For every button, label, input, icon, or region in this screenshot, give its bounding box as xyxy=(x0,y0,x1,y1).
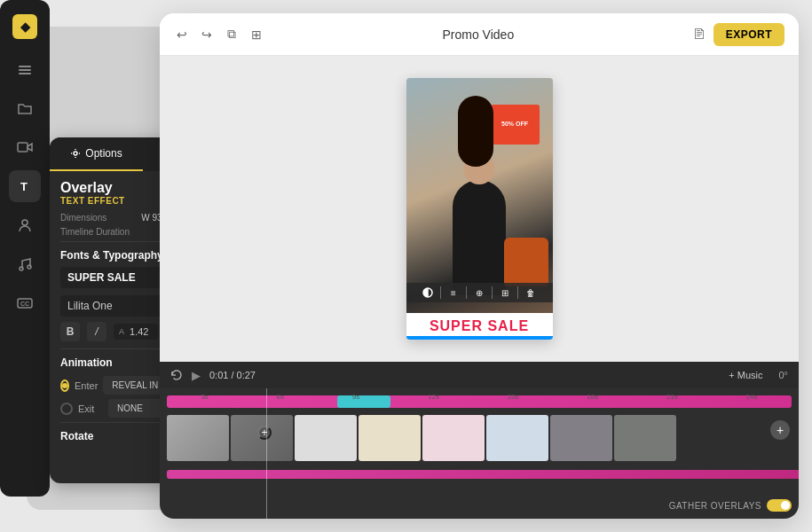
sidebar-item-text[interactable]: T xyxy=(9,170,41,202)
enter-radio[interactable] xyxy=(60,379,69,392)
add-track-button[interactable]: + xyxy=(770,420,790,440)
exit-label: Exit xyxy=(78,403,103,414)
timeline-controls: ▶ 0:01 / 0:27 + Music 0° xyxy=(160,362,799,388)
thumbnails-row xyxy=(167,415,676,461)
svg-point-7 xyxy=(28,265,31,269)
svg-point-6 xyxy=(20,267,23,270)
svg-rect-1 xyxy=(19,69,31,71)
overlay-tool-filter[interactable]: ⊕ xyxy=(472,286,486,300)
fonts-section-title: Fonts & Typography xyxy=(60,249,163,262)
export-button[interactable]: EXPORT xyxy=(713,23,784,46)
overlay-divider-4 xyxy=(517,286,518,299)
svg-rect-3 xyxy=(18,143,28,152)
dimensions-label: Dimensions xyxy=(60,213,106,223)
project-title: Promo Video xyxy=(442,27,514,42)
left-sidebar: ◆ T CC xyxy=(0,0,50,497)
timeline-time: 0:01 / 0:27 xyxy=(209,370,256,380)
thumbnail-1[interactable] xyxy=(167,415,229,461)
thumbnail-8[interactable] xyxy=(614,415,676,461)
size-icon: A xyxy=(119,327,124,336)
bag-element xyxy=(504,238,548,286)
paste-button[interactable]: ⊞ xyxy=(248,27,264,43)
italic-button[interactable]: / xyxy=(87,322,106,341)
svg-text:T: T xyxy=(20,180,28,193)
thumbnail-4[interactable] xyxy=(359,415,421,461)
thumbnail-7[interactable] xyxy=(550,415,612,461)
overlay-tool-style[interactable] xyxy=(421,286,435,300)
sidebar-item-person[interactable] xyxy=(9,209,41,241)
size-input-row: A 1.42 xyxy=(114,324,158,340)
rotate-label: Rotate xyxy=(60,430,93,442)
redo-button[interactable]: ↪ xyxy=(199,27,215,43)
timeline-tracks: 3s 6s 9s 12s 15s 18s 21s 24s + + xyxy=(160,388,799,519)
tab-options[interactable]: Options xyxy=(50,137,143,171)
rotate-left-icon[interactable] xyxy=(170,369,183,381)
overlay-title: Overlay xyxy=(60,180,125,196)
sidebar-item-layers[interactable] xyxy=(9,53,41,85)
time-marker-21s: 21s xyxy=(666,393,678,401)
time-marker-12s: 12s xyxy=(428,393,439,401)
canvas-area: 50% OFF ≡ ⊕ xyxy=(160,56,799,362)
super-sale-text: SUPER SALE xyxy=(430,318,529,333)
toggle-knob xyxy=(781,501,790,510)
overlay-divider-1 xyxy=(440,286,441,299)
sidebar-item-folder[interactable] xyxy=(9,92,41,124)
gather-overlays-toggle[interactable] xyxy=(767,499,792,512)
rotation-value: 0° xyxy=(778,370,788,380)
sidebar-item-music[interactable] xyxy=(9,248,41,280)
svg-rect-2 xyxy=(19,73,31,74)
svg-text:CC: CC xyxy=(20,301,29,307)
play-icon[interactable]: ▶ xyxy=(192,369,201,382)
video-preview: 50% OFF ≡ ⊕ xyxy=(406,78,553,340)
sidebar-item-video[interactable] xyxy=(9,131,41,163)
overlay-toolbar: ≡ ⊕ ⊞ 🗑 xyxy=(406,283,553,302)
person-body xyxy=(453,180,506,295)
overlay-subtitle: TEXT EFFECT xyxy=(60,196,125,206)
overlay-divider-3 xyxy=(492,286,493,299)
add-clip-button[interactable]: + xyxy=(257,426,272,440)
overlay-track[interactable] xyxy=(167,470,799,479)
bold-button[interactable]: B xyxy=(60,322,80,341)
music-button[interactable]: + Music xyxy=(729,370,762,380)
sidebar-item-captions[interactable]: CC xyxy=(9,287,41,319)
undo-button[interactable]: ↩ xyxy=(174,27,190,43)
playhead xyxy=(266,388,267,519)
toolbar-left: ↩ ↪ ⧉ ⊞ xyxy=(174,27,264,43)
thumbnail-5[interactable] xyxy=(422,415,485,461)
sign-text: 50% OFF xyxy=(501,121,528,128)
gather-overlays-label: GATHER OVERLAYS xyxy=(669,501,761,511)
time-markers-row: 3s 6s 9s 12s 15s 18s 21s 24s xyxy=(167,393,792,401)
time-marker-3s: 3s xyxy=(201,393,208,401)
time-marker-6s: 6s xyxy=(277,393,284,401)
thumbnail-3[interactable] xyxy=(295,415,357,461)
super-sale-overlay: SUPER SALE xyxy=(406,313,553,340)
duration-label: Timeline Duration xyxy=(60,227,130,237)
thumbnail-6[interactable] xyxy=(486,415,548,461)
svg-rect-0 xyxy=(19,66,31,67)
time-marker-9s: 9s xyxy=(352,393,359,401)
enter-radio-inner xyxy=(62,383,67,388)
overlay-tool-delete[interactable]: 🗑 xyxy=(524,286,538,300)
logo-icon: ◆ xyxy=(20,20,30,34)
exit-radio[interactable] xyxy=(60,403,73,415)
overlay-tool-align[interactable]: ≡ xyxy=(446,286,461,300)
enter-label: Enter xyxy=(75,380,98,391)
copy-button[interactable]: ⧉ xyxy=(224,27,240,43)
svg-point-5 xyxy=(22,220,28,225)
toolbar-right: 🖹 EXPORT xyxy=(692,23,784,46)
main-editor-card: ↩ ↪ ⧉ ⊞ Promo Video 🖹 EXPORT 50% OFF xyxy=(160,13,799,519)
time-marker-15s: 15s xyxy=(508,393,519,401)
editor-toolbar: ↩ ↪ ⧉ ⊞ Promo Video 🖹 EXPORT xyxy=(160,13,799,56)
size-value: 1.42 xyxy=(130,326,148,337)
overlay-tool-grid[interactable]: ⊞ xyxy=(498,286,512,300)
file-icon[interactable]: 🖹 xyxy=(692,27,706,43)
svg-point-10 xyxy=(74,152,77,155)
hair-element xyxy=(458,96,493,167)
animation-title: Animation xyxy=(60,356,113,369)
gather-overlays-row: GATHER OVERLAYS xyxy=(669,499,792,512)
sign-element: 50% OFF xyxy=(491,105,540,145)
time-marker-18s: 18s xyxy=(587,393,598,401)
overlay-info: Overlay TEXT EFFECT xyxy=(60,180,125,206)
tab-options-label: Options xyxy=(85,147,122,160)
overlay-divider-2 xyxy=(466,286,467,299)
